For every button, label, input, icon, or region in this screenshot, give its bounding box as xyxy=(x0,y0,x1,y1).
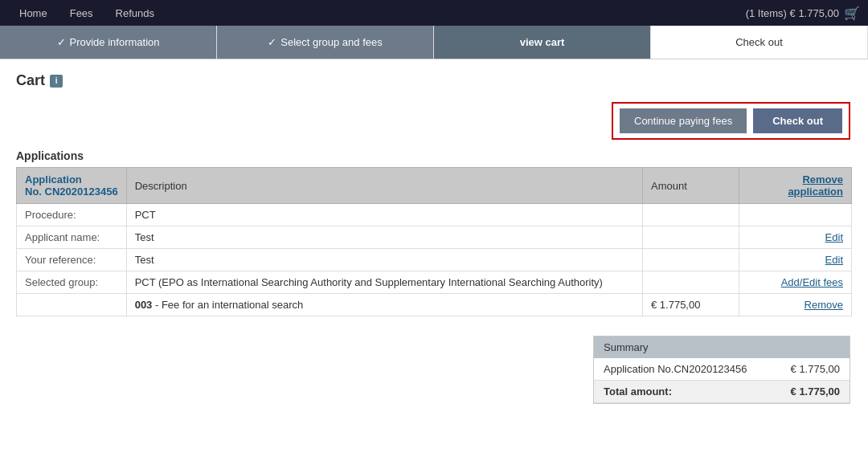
row-action xyxy=(739,204,852,226)
main-content: Cart i Continue paying fees Check out Ap… xyxy=(0,59,868,417)
table-row: Procedure: PCT xyxy=(17,204,852,226)
action-row: Continue paying fees Check out xyxy=(16,102,852,140)
col-remove: Remove application xyxy=(739,168,852,204)
step-provide-info[interactable]: ✓ Provide information xyxy=(0,26,217,59)
step-select-group[interactable]: ✓ Select group and fees xyxy=(217,26,434,59)
applications-section-title: Applications xyxy=(16,149,852,162)
summary-total-row: Total amount: € 1.775,00 xyxy=(594,381,850,403)
row-value: PCT xyxy=(126,204,642,226)
row-value: Test xyxy=(126,226,642,249)
remove-application-link[interactable]: Remove application xyxy=(788,173,843,198)
row-label: Selected group: xyxy=(17,271,127,294)
app-no-value: CN2020123456 xyxy=(45,186,118,198)
summary-app-value: € 1.775,00 xyxy=(791,363,840,375)
summary-box: Summary Application No.CN2020123456 € 1.… xyxy=(593,336,850,404)
step-label-2: Select group and fees xyxy=(280,36,382,48)
applications-table: Application No. CN2020123456 Description… xyxy=(16,167,852,316)
step-check-1: ✓ xyxy=(57,36,66,48)
navbar-fees[interactable]: Fees xyxy=(59,2,104,24)
step-check-out[interactable]: Check out xyxy=(651,26,868,59)
page-title-text: Cart xyxy=(16,72,45,89)
row-amount xyxy=(643,249,739,271)
remove-fee-link[interactable]: Remove xyxy=(805,299,843,311)
checkout-highlight-box: Continue paying fees Check out xyxy=(612,102,850,140)
steps-bar: ✓ Provide information ✓ Select group and… xyxy=(0,26,868,59)
fee-desc: - Fee for an international search xyxy=(155,299,303,311)
summary-row: Application No.CN2020123456 € 1.775,00 xyxy=(594,358,850,381)
row-label: Procedure: xyxy=(17,204,127,226)
cart-summary[interactable]: (1 Items) € 1.775,00 🛒 xyxy=(746,6,860,21)
checkout-button[interactable]: Check out xyxy=(753,108,842,133)
row-label xyxy=(17,294,127,316)
step-view-cart[interactable]: view cart xyxy=(434,26,651,59)
summary-app-label: Application No.CN2020123456 xyxy=(604,363,747,375)
page-title-area: Cart i xyxy=(16,72,852,89)
table-row: Applicant name: Test Edit xyxy=(17,226,852,249)
edit-reference-link[interactable]: Edit xyxy=(825,254,843,266)
summary-total-label: Total amount: xyxy=(604,385,672,398)
row-amount: € 1.775,00 xyxy=(643,294,739,316)
col-description: Description xyxy=(126,168,642,204)
navbar-left: Home Fees Refunds xyxy=(8,2,166,24)
table-row: 003 - Fee for an international search € … xyxy=(17,294,852,316)
col-app-no: Application No. CN2020123456 xyxy=(17,168,127,204)
summary-container: Summary Application No.CN2020123456 € 1.… xyxy=(16,336,852,404)
navbar-home[interactable]: Home xyxy=(8,2,59,24)
row-label: Your reference: xyxy=(17,249,127,271)
row-value: Test xyxy=(126,249,642,271)
cart-icon: 🛒 xyxy=(844,6,860,21)
add-edit-fees-link[interactable]: Add/Edit fees xyxy=(781,276,843,288)
summary-title: Summary xyxy=(594,336,850,358)
step-label-1: Provide information xyxy=(70,36,160,48)
edit-applicant-link[interactable]: Edit xyxy=(825,231,843,243)
row-action: Add/Edit fees xyxy=(739,271,852,294)
row-label: Applicant name: xyxy=(17,226,127,249)
summary-total-value: € 1.775,00 xyxy=(791,385,840,398)
col-amount: Amount xyxy=(643,168,739,204)
step-label-3: view cart xyxy=(520,36,565,48)
row-value: PCT (EPO as International Searching Auth… xyxy=(126,271,642,294)
row-value: 003 - Fee for an international search xyxy=(126,294,642,316)
continue-paying-button[interactable]: Continue paying fees xyxy=(620,108,747,133)
row-amount xyxy=(643,204,739,226)
step-check-2: ✓ xyxy=(268,36,276,48)
row-amount xyxy=(643,271,739,294)
row-action: Edit xyxy=(739,226,852,249)
row-action: Edit xyxy=(739,249,852,271)
step-label-4: Check out xyxy=(735,36,783,48)
navbar-refunds[interactable]: Refunds xyxy=(104,2,166,24)
row-action: Remove xyxy=(739,294,852,316)
fee-code: 003 xyxy=(135,299,153,311)
table-row: Selected group: PCT (EPO as Internationa… xyxy=(17,271,852,294)
cart-info-text: (1 Items) € 1.775,00 xyxy=(746,7,839,19)
row-amount xyxy=(643,226,739,249)
navbar: Home Fees Refunds (1 Items) € 1.775,00 🛒 xyxy=(0,0,868,26)
table-row: Your reference: Test Edit xyxy=(17,249,852,271)
info-icon[interactable]: i xyxy=(50,75,63,88)
